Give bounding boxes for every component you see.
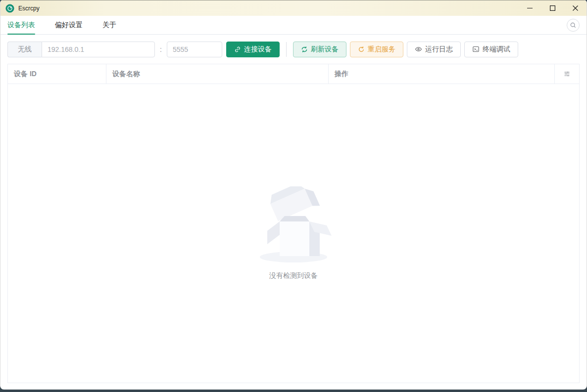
empty-box-illustration: [254, 186, 333, 265]
close-button[interactable]: [564, 0, 587, 16]
column-header-device-id: 设备 ID: [8, 64, 106, 84]
terminal-icon: [472, 45, 480, 53]
terminal-debug-button[interactable]: 终端调试: [464, 42, 518, 57]
search-icon: [570, 22, 577, 29]
refresh-icon: [301, 46, 308, 53]
eye-icon: [415, 45, 422, 53]
wireless-label: 无线: [7, 42, 42, 57]
ip-port-separator: :: [158, 45, 163, 53]
column-header-device-name: 设备名称: [106, 64, 329, 84]
run-log-label: 运行日志: [425, 45, 453, 54]
column-header-actions: 操作: [329, 64, 555, 84]
empty-state-message: 没有检测到设备: [269, 271, 318, 280]
search-button[interactable]: [567, 19, 580, 32]
device-table-header: 设备 ID 设备名称 操作: [8, 64, 579, 84]
app-window: Escrcpy 设备列表 偏好设置 关于 无线: [0, 0, 587, 390]
toolbar-divider: [286, 42, 287, 57]
ip-address-input[interactable]: [42, 42, 155, 57]
column-settings-button[interactable]: [555, 64, 579, 84]
tab-about[interactable]: 关于: [102, 16, 116, 34]
tab-device-list[interactable]: 设备列表: [7, 16, 35, 34]
window-title: Escrcpy: [18, 5, 40, 12]
device-table-body: 没有检测到设备: [8, 84, 579, 383]
restart-service-label: 重启服务: [368, 45, 395, 54]
toolbar: 无线 : 连接设备: [0, 35, 587, 64]
refresh-devices-label: 刷新设备: [311, 45, 339, 54]
restart-service-button[interactable]: 重启服务: [350, 42, 403, 57]
terminal-debug-label: 终端调试: [483, 45, 510, 54]
connect-device-label: 连接设备: [244, 45, 272, 54]
tab-bar: 设备列表 偏好设置 关于: [0, 16, 587, 35]
tab-preferences[interactable]: 偏好设置: [55, 16, 83, 34]
refresh-devices-button[interactable]: 刷新设备: [293, 42, 346, 57]
maximize-button[interactable]: [541, 0, 564, 16]
app-logo-icon: [5, 4, 14, 13]
restart-icon: [358, 46, 365, 53]
column-settings-icon: [563, 70, 571, 78]
port-input[interactable]: [167, 42, 222, 57]
minimize-button[interactable]: [518, 0, 541, 16]
device-table: 设备 ID 设备名称 操作: [7, 64, 580, 383]
wireless-address-group: 无线: [7, 42, 155, 57]
connect-icon: [234, 46, 241, 53]
run-log-button[interactable]: 运行日志: [407, 42, 461, 57]
titlebar: Escrcpy: [0, 0, 587, 16]
connect-device-button[interactable]: 连接设备: [226, 42, 280, 57]
window-controls: [518, 0, 587, 16]
